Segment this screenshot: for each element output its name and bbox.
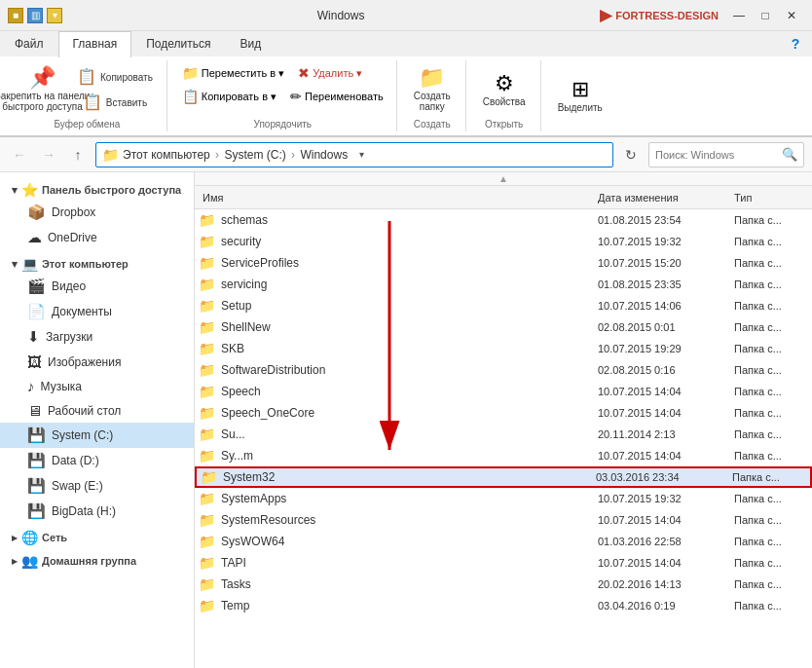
network-icon: 🌐 bbox=[21, 530, 38, 545]
address-path: Этот компьютер › System (C:) › Windows bbox=[123, 148, 348, 162]
folder-icon: 📁 bbox=[199, 598, 215, 613]
table-row[interactable]: 📁 SysWOW64 01.03.2016 22:58 Папка с... bbox=[195, 531, 812, 552]
help-button[interactable]: ? bbox=[783, 31, 808, 56]
table-row[interactable]: 📁 ShellNew 02.08.2015 0:01 Папка с... bbox=[195, 316, 812, 338]
search-input[interactable] bbox=[655, 149, 778, 161]
table-row[interactable]: 📁 servicing 01.08.2015 23:35 Папка с... bbox=[195, 274, 812, 295]
ribbon-group-create: 📁 Создать папку Создать bbox=[399, 60, 466, 131]
sidebar-item-datad[interactable]: 💾 Data (D:) bbox=[0, 448, 194, 473]
table-row[interactable]: 📁 Tasks 20.02.2016 14:13 Папка с... bbox=[195, 574, 812, 595]
folder-icon: 📁 bbox=[199, 234, 215, 249]
file-name: System32 bbox=[221, 470, 592, 484]
table-row[interactable]: 📁 SoftwareDistribution 02.08.2015 0:16 П… bbox=[195, 359, 812, 381]
col-header-name[interactable]: Имя bbox=[199, 192, 594, 204]
sidebar-item-documents[interactable]: 📄 Документы bbox=[0, 299, 194, 324]
search-box: 🔍 bbox=[648, 142, 804, 167]
table-row[interactable]: 📁 schemas 01.08.2015 23:54 Папка с... bbox=[195, 209, 812, 231]
search-icon: 🔍 bbox=[782, 147, 797, 162]
tab-file[interactable]: Файл bbox=[0, 31, 58, 56]
sidebar-item-onedrive[interactable]: ☁ OneDrive bbox=[0, 225, 194, 250]
file-date: 20.02.2016 14:13 bbox=[594, 578, 730, 590]
delete-icon: ✖ bbox=[298, 65, 310, 81]
file-date: 10.07.2015 14:04 bbox=[594, 514, 730, 526]
file-name: Sy...m bbox=[219, 449, 594, 463]
pin-button[interactable]: 📌 Закрепить на панелибыстрого доступа bbox=[16, 62, 69, 117]
file-date: 10.07.2015 14:06 bbox=[594, 300, 730, 312]
rename-button[interactable]: ✏ Переименовать bbox=[285, 86, 388, 107]
properties-button[interactable]: ⚙ Свойства bbox=[476, 68, 533, 112]
folder-icon: 📁 bbox=[199, 448, 215, 464]
minimize-button[interactable]: — bbox=[726, 3, 752, 28]
sidebar-item-dropbox[interactable]: 📦 Dropbox bbox=[0, 200, 194, 225]
table-row[interactable]: 📁 Temp 03.04.2016 0:19 Папка с... bbox=[195, 595, 812, 616]
table-row[interactable]: 📁 Speech_OneCore 10.07.2015 14:04 Папка … bbox=[195, 402, 812, 424]
table-row[interactable]: 📁 security 10.07.2015 19:32 Папка с... bbox=[195, 231, 812, 252]
tab-view[interactable]: Вид bbox=[225, 31, 276, 56]
file-type: Папка с... bbox=[730, 407, 808, 419]
table-row[interactable]: 📁 Sy...m 10.07.2015 14:04 Папка с... bbox=[195, 445, 812, 466]
file-type: Папка с... bbox=[730, 493, 808, 504]
table-row[interactable]: 📁 Setup 10.07.2015 14:06 Папка с... bbox=[195, 295, 812, 316]
table-row[interactable]: 📁 SystemResources 10.07.2015 14:04 Папка… bbox=[195, 509, 812, 531]
up-button[interactable]: ↑ bbox=[66, 143, 90, 167]
move-icon: 📁 bbox=[182, 65, 199, 81]
drive-h-icon: 💾 bbox=[27, 502, 46, 520]
create-label: Создать bbox=[414, 119, 451, 130]
ribbon-group-open: ⚙ Свойства Открыть bbox=[468, 60, 541, 131]
brand-label: ▶ FORTRESS-DESIGN bbox=[600, 6, 719, 24]
file-date: 10.07.2015 14:04 bbox=[594, 407, 730, 419]
open-label: Открыть bbox=[485, 119, 523, 130]
sidebar-item-systemc[interactable]: 💾 System (C:) bbox=[0, 423, 194, 448]
tab-home[interactable]: Главная bbox=[58, 31, 132, 57]
close-button[interactable]: ✕ bbox=[779, 3, 804, 28]
sidebar-item-swape[interactable]: 💾 Swap (E:) bbox=[0, 473, 194, 499]
sidebar-section-network[interactable]: ▸ 🌐 Сеть bbox=[0, 524, 194, 547]
path-sep-1: › bbox=[215, 148, 222, 162]
file-type: Папка с... bbox=[730, 300, 808, 312]
file-type: Папка с... bbox=[730, 428, 808, 440]
table-row[interactable]: 📁 Su... 20.11.2014 2:13 Папка с... bbox=[195, 424, 812, 445]
address-box[interactable]: 📁 Этот компьютер › System (C:) › Windows… bbox=[95, 142, 613, 167]
copy-to-button[interactable]: 📋 Копировать в ▾ bbox=[177, 86, 281, 107]
paste-icon: 📋 bbox=[83, 94, 102, 110]
col-header-type[interactable]: Тип bbox=[730, 192, 808, 204]
file-type: Папка с... bbox=[730, 386, 808, 397]
paste-button[interactable]: 📋 Вставить bbox=[71, 91, 159, 114]
table-row[interactable]: 📁 Speech 10.07.2015 14:04 Папка с... bbox=[195, 381, 812, 402]
sidebar-item-desktop[interactable]: 🖥 Рабочий стол bbox=[0, 398, 194, 423]
maximize-button[interactable]: □ bbox=[753, 3, 778, 28]
folder-icon: 📁 bbox=[199, 319, 215, 335]
sidebar-item-pictures[interactable]: 🖼 Изображения bbox=[0, 350, 194, 374]
address-dropdown-button[interactable]: ▾ bbox=[351, 149, 371, 160]
sidebar-item-bigdatah[interactable]: 💾 BigData (H:) bbox=[0, 499, 194, 524]
sidebar-item-music[interactable]: ♪ Музыка bbox=[0, 374, 194, 398]
select-all-button[interactable]: ⊞ Выделить bbox=[551, 74, 609, 118]
file-name: SysWOW64 bbox=[219, 535, 594, 548]
refresh-button[interactable]: ↻ bbox=[619, 143, 643, 167]
sidebar-section-homegroup[interactable]: ▸ 👥 Домашняя группа bbox=[0, 547, 194, 571]
file-type: Папка с... bbox=[730, 321, 808, 333]
table-row[interactable]: 📁 System32 03.03.2016 23:34 Папка с... bbox=[195, 466, 812, 488]
sidebar-item-downloads[interactable]: ⬇ Загрузки bbox=[0, 324, 194, 350]
new-folder-button[interactable]: 📁 Создать папку bbox=[407, 62, 458, 117]
sidebar-section-quickaccess[interactable]: ▾ ⭐ Панель быстрого доступа bbox=[0, 176, 194, 200]
file-type: Папка с... bbox=[730, 236, 808, 247]
expand-arrow-3-icon: ▸ bbox=[12, 532, 18, 544]
back-button[interactable]: ← bbox=[8, 143, 31, 167]
sidebar-section-thispc[interactable]: ▾ 💻 Этот компьютер bbox=[0, 250, 194, 274]
table-row[interactable]: 📁 TAPI 10.07.2015 14:04 Папка с... bbox=[195, 552, 812, 574]
move-to-button[interactable]: 📁 Переместить в ▾ bbox=[177, 62, 289, 84]
table-row[interactable]: 📁 SystemApps 10.07.2015 19:32 Папка с... bbox=[195, 488, 812, 509]
forward-button[interactable]: → bbox=[37, 143, 60, 167]
table-row[interactable]: 📁 SKB 10.07.2015 19:29 Папка с... bbox=[195, 338, 812, 359]
table-row[interactable]: 📁 ServiceProfiles 10.07.2015 15:20 Папка… bbox=[195, 252, 812, 274]
ribbon-group-clipboard: 📌 Закрепить на панелибыстрого доступа 📋 … bbox=[8, 60, 167, 131]
delete-button[interactable]: ✖ Удалить ▾ bbox=[293, 62, 367, 84]
sidebar-item-video[interactable]: 🎬 Видео bbox=[0, 274, 194, 299]
copy-button[interactable]: 📋 Копировать bbox=[71, 65, 159, 89]
folder-icon: 📁 bbox=[199, 362, 215, 378]
file-date: 02.08.2015 0:16 bbox=[594, 364, 730, 376]
col-header-date[interactable]: Дата изменения bbox=[594, 192, 730, 204]
file-name: Speech_OneCore bbox=[219, 406, 594, 420]
tab-share[interactable]: Поделиться bbox=[131, 31, 225, 56]
